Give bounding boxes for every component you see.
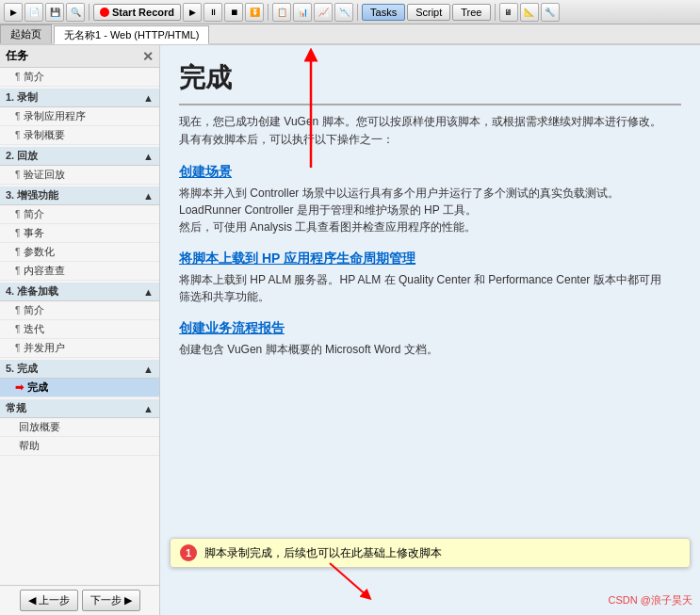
stop-icon[interactable]: ⏹ [224, 3, 243, 22]
bullet-icon: ¶ [15, 72, 20, 82]
tab-start[interactable]: 起始页 [0, 24, 52, 43]
callout-number: 1 [180, 544, 197, 561]
sidebar-content: ¶ 简介 1. 录制 ▲ ¶ 录制应用程序 ¶ 录制概要 2. 回放 ▲ ¶ 验 [0, 68, 159, 585]
sidebar-item-param[interactable]: ¶ 参数化 [0, 243, 159, 262]
toolbar-icon-9[interactable]: 🖥 [499, 3, 518, 22]
sidebar-item-content[interactable]: ¶ 内容查查 [0, 262, 159, 281]
sidebar-intro-label: 简介 [24, 70, 44, 84]
sidebar: 任务 ✕ ¶ 简介 1. 录制 ▲ ¶ 录制应用程序 ¶ 录制概要 2. 回放 [0, 45, 160, 615]
toolbar-icon-4[interactable]: 🔍 [66, 3, 85, 22]
sidebar-item-enhance-intro[interactable]: ¶ 简介 [0, 205, 159, 224]
sidebar-item-transaction[interactable]: ¶ 事务 [0, 224, 159, 243]
toolbar-icon-11[interactable]: 🔧 [541, 3, 560, 22]
sidebar-item-load-intro[interactable]: ¶ 简介 [0, 301, 159, 320]
next-button[interactable]: 下一步 ▶ [82, 590, 140, 611]
section5-collapse-icon: ▲ [143, 364, 154, 375]
section3-title: 3. 增强功能 [6, 188, 58, 202]
sep3 [357, 4, 358, 21]
sidebar-section-general[interactable]: 常规 ▲ [0, 399, 159, 418]
sidebar-section-4[interactable]: 4. 准备加载 ▲ [0, 283, 159, 301]
bullet-icon: ¶ [15, 209, 20, 219]
sidebar-item-complete[interactable]: ➡ 完成 [0, 379, 159, 397]
toolbar-icon-6[interactable]: 📊 [293, 3, 312, 22]
sidebar-item-record-summary[interactable]: ¶ 录制概要 [0, 126, 159, 145]
section-general-title: 常规 [6, 401, 26, 415]
arrow-icon: ➡ [15, 381, 24, 394]
link1-desc: 将脚本并入到 Controller 场景中以运行具有多个用户并运行了多个测试的真… [179, 185, 681, 235]
link-upload-alm[interactable]: 将脚本上载到 HP 应用程序生命周期管理 [179, 251, 681, 267]
tab-bar: 起始页 无名称1 - Web (HTTP/HTML) [0, 24, 700, 45]
content-title: 完成 [179, 60, 681, 105]
main-container: 任务 ✕ ¶ 简介 1. 录制 ▲ ¶ 录制应用程序 ¶ 录制概要 2. 回放 [0, 45, 700, 615]
svg-line-3 [330, 563, 367, 596]
record-icon [100, 8, 109, 17]
watermark: CSDN @浪子昊天 [609, 593, 692, 607]
link-create-scenario[interactable]: 创建场景 [179, 164, 681, 181]
start-record-button[interactable]: Start Record [93, 4, 181, 21]
bullet-icon: ¶ [15, 266, 20, 276]
next-label: 下一步 [90, 593, 122, 607]
sidebar-title: 任务 [6, 48, 28, 64]
callout-text: 脚本录制完成，后续也可以在此基础上修改脚本 [204, 545, 442, 561]
section2-collapse-icon: ▲ [143, 151, 154, 162]
prev-icon: ◀ [28, 594, 36, 607]
tree-button[interactable]: Tree [452, 4, 490, 21]
sidebar-item-iterate[interactable]: ¶ 迭代 [0, 320, 159, 339]
link2-desc: 将脚本上载到 HP ALM 服务器。HP ALM 在 Quality Cente… [179, 271, 681, 305]
script-button[interactable]: Script [407, 4, 450, 21]
sidebar-section-5[interactable]: 5. 完成 ▲ [0, 360, 159, 379]
sidebar-item-verify[interactable]: ¶ 验证回放 [0, 166, 159, 185]
tab-main[interactable]: 无名称1 - Web (HTTP/HTML) [54, 25, 209, 44]
pause-icon[interactable]: ⏸ [203, 3, 222, 22]
callout-box: 1 脚本录制完成，后续也可以在此基础上修改脚本 [170, 538, 691, 568]
sidebar-item-record-app[interactable]: ¶ 录制应用程序 [0, 107, 159, 126]
prev-button[interactable]: ◀ 上一步 [20, 590, 78, 611]
sidebar-header: 任务 ✕ [0, 45, 159, 68]
close-button[interactable]: ✕ [142, 50, 154, 63]
sidebar-nav: ◀ 上一步 下一步 ▶ [0, 585, 159, 615]
sep1 [89, 4, 90, 21]
toolbar-icon-7[interactable]: 📈 [314, 3, 333, 22]
section3-collapse-icon: ▲ [143, 190, 154, 202]
bullet-icon: ¶ [15, 111, 20, 121]
start-record-label: Start Record [112, 7, 174, 18]
toolbar-icon-1[interactable]: ▶ [4, 3, 23, 22]
content-area: 完成 现在，您已成功创建 VuGen 脚本。您可以按原样使用该脚本，或根据需求继… [160, 45, 700, 615]
link3-desc: 创建包含 VuGen 脚本概要的 Microsoft Word 文档。 [179, 341, 681, 358]
toolbar-icon-10[interactable]: 📐 [520, 3, 539, 22]
toolbar-icon-2[interactable]: 📄 [24, 3, 43, 22]
content-desc: 现在，您已成功创建 VuGen 脚本。您可以按原样使用该脚本，或根据需求继续对脚… [179, 113, 681, 149]
bullet-icon: ¶ [15, 170, 20, 180]
bullet-icon: ¶ [15, 228, 20, 238]
tasks-button[interactable]: Tasks [362, 4, 405, 21]
prev-label: 上一步 [39, 593, 70, 607]
next-icon: ▶ [124, 594, 132, 607]
bullet-icon: ¶ [15, 324, 20, 334]
sidebar-intro[interactable]: ¶ 简介 [0, 68, 159, 87]
section4-title: 4. 准备加载 [6, 284, 58, 299]
section2-title: 2. 回放 [6, 149, 38, 163]
sidebar-item-replay-summary[interactable]: 回放概要 [0, 418, 159, 437]
sidebar-section-2[interactable]: 2. 回放 ▲ [0, 147, 159, 166]
bullet-icon: ¶ [15, 130, 20, 140]
toolbar-icon-8[interactable]: 📉 [334, 3, 353, 22]
toolbar-icon-3[interactable]: 💾 [45, 3, 64, 22]
bullet-icon: ¶ [15, 247, 20, 257]
sidebar-section-1[interactable]: 1. 录制 ▲ [0, 89, 159, 107]
step-icon[interactable]: ⏬ [245, 3, 264, 22]
toolbar: ▶ 📄 💾 🔍 Start Record ▶ ⏸ ⏹ ⏬ 📋 📊 📈 📉 Tas… [0, 0, 700, 24]
sidebar-section-3[interactable]: 3. 增强功能 ▲ [0, 186, 159, 205]
section4-collapse-icon: ▲ [143, 286, 154, 298]
section1-collapse-icon: ▲ [143, 92, 154, 104]
sidebar-item-help[interactable]: 帮助 [0, 437, 159, 456]
link-business-report[interactable]: 创建业务流程报告 [179, 320, 681, 337]
sidebar-item-concurrent[interactable]: ¶ 并发用户 [0, 339, 159, 358]
sep4 [495, 4, 496, 21]
section1-title: 1. 录制 [6, 90, 38, 105]
bullet-icon: ¶ [15, 343, 20, 353]
bullet-icon: ¶ [15, 305, 20, 316]
sep2 [268, 4, 269, 21]
play-icon[interactable]: ▶ [183, 3, 202, 22]
section5-title: 5. 完成 [6, 362, 38, 376]
toolbar-icon-5[interactable]: 📋 [272, 3, 291, 22]
